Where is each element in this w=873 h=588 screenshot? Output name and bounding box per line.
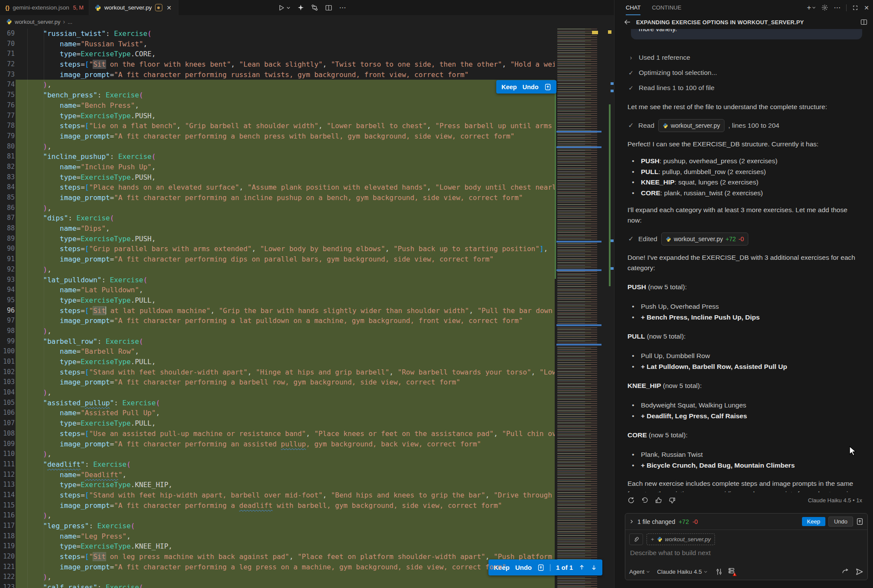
tool-step[interactable]: ›Used 1 reference [627,50,862,65]
code-line[interactable]: 108 steps=["Use an assisted pull-up mach… [0,429,555,439]
code-line[interactable]: 116 ), [0,510,555,521]
code-line[interactable]: 91 image_prompt="A fit character perform… [0,254,555,265]
run-python-file-button[interactable] [278,4,291,11]
code-line[interactable]: 71 type=ExerciseType.CORE, [0,49,555,59]
code-line[interactable]: 89 type=ExerciseType.PUSH, [0,234,555,244]
view-all-edits-icon[interactable] [856,518,863,525]
more-actions-icon[interactable]: ⋯ [339,3,346,12]
close-panel-icon[interactable]: ✕ [864,4,869,11]
code-line[interactable]: 111 "deadlift": Exercise( [0,459,555,470]
code-line[interactable]: 100 name="Barbell Row", [0,346,555,357]
file-pill[interactable]: workout_server.py +72 -0 [661,233,748,246]
code-line[interactable]: 115 image_prompt="A fit character perfor… [0,501,555,511]
previous-change-icon[interactable] [579,564,585,571]
code-editor[interactable]: 69 "russian_twist": Exercise(70 name="Ru… [0,29,555,588]
breadcrumb[interactable]: workout_server.py › ... [0,15,620,28]
tab-gemini-extension-json[interactable]: {} gemini-extension.json 5, M [0,0,89,15]
next-change-icon[interactable] [591,564,597,571]
attach-context-button[interactable] [629,533,643,545]
code-line[interactable]: 98 ), [0,326,555,336]
model-picker[interactable]: Claude Haiku 4.5 [657,569,708,575]
chat-conversation[interactable]: more variety. ›Used 1 reference✓Optimizi… [614,29,873,492]
code-line[interactable]: 81 "incline_pushup": Exercise( [0,152,555,162]
code-line[interactable]: 73 image_prompt="A fit character perform… [0,70,555,80]
retry-icon[interactable] [627,497,635,504]
breadcrumb-more[interactable]: ... [68,19,72,25]
git-compare-icon[interactable] [311,4,318,11]
view-edits-icon[interactable] [537,564,544,571]
code-line[interactable]: 93 "lat_pulldown": Exercise( [0,275,555,285]
agent-mode-picker[interactable]: Agent [629,569,650,575]
code-line[interactable]: 120 steps=["Sit on leg press machine wit… [0,552,555,562]
code-line[interactable]: 76 name="Bench Press", [0,100,555,111]
breadcrumb-file[interactable]: workout_server.py [15,19,61,25]
code-line[interactable]: 102 steps=["Stand with feet shoulder-wid… [0,367,555,378]
code-line[interactable]: 94 name="Lat Pulldown", [0,285,555,295]
split-editor-icon[interactable] [325,4,332,11]
code-line[interactable]: 79 image_prompt="A fit character perform… [0,131,555,142]
tool-step[interactable]: ✓Read lines 1 to 100 of file [627,80,862,95]
chevron-right-icon[interactable] [629,519,634,524]
code-line[interactable]: 80 ), [0,142,555,152]
changed-files-label[interactable]: 1 file changed [637,518,675,525]
code-line[interactable]: 70 name="Russian Twist", [0,39,555,49]
code-line[interactable]: 92 ), [0,265,555,275]
code-line[interactable]: 96 steps=["Sit at lat pulldown machine",… [0,306,555,316]
undo-button[interactable]: Undo [515,564,532,571]
voice-dictation-icon[interactable] [842,568,850,575]
undo-all-button[interactable]: Undo [828,517,853,527]
mcp-servers-warning-icon[interactable] [728,567,735,576]
code-line[interactable]: 110 ), [0,449,555,459]
attached-file-pill[interactable]: + workout_server.py [647,533,715,545]
code-line[interactable]: 97 image_prompt="A fit character perform… [0,316,555,326]
code-line[interactable]: 86 ), [0,203,555,213]
keep-all-button[interactable]: Keep [802,517,825,526]
code-line[interactable]: 105 "assisted_pullup": Exercise( [0,398,555,408]
code-line[interactable]: 112 name="Deadlift", [0,470,555,480]
tool-step[interactable]: ✓Optimizing tool selection... [627,65,862,80]
tab-chat[interactable]: CHAT [626,0,640,15]
modified-indicator-icon[interactable] [155,4,162,11]
maximize-panel-icon[interactable] [852,5,858,11]
code-line[interactable]: 99 "barbell_row": Exercise( [0,336,555,347]
code-line[interactable]: 107 type=ExerciseType.PULL, [0,418,555,429]
new-chat-button[interactable]: + [807,3,816,12]
sparkle-icon[interactable] [297,4,304,11]
keep-button[interactable]: Keep [501,84,517,90]
code-line[interactable]: 122 ), [0,572,555,582]
code-line[interactable]: 117 "leg_press": Exercise( [0,521,555,531]
view-edits-icon[interactable] [544,84,551,90]
code-line[interactable]: 77 type=ExerciseType.PUSH, [0,111,555,121]
code-line[interactable]: 82 name="Incline Push Up", [0,162,555,172]
code-line[interactable]: 123 "calf_raises": Exercise( [0,582,555,588]
open-chat-in-editor-icon[interactable] [860,19,867,26]
code-line[interactable]: 90 steps=["Grip parallel bars with arms … [0,244,555,254]
code-line[interactable]: 95 type=ExerciseType.PULL, [0,295,555,306]
thumbs-up-icon[interactable] [655,497,662,504]
undo-button[interactable]: Undo [522,84,538,90]
code-line[interactable]: 113 type=ExerciseType.KNEE_HIP, [0,480,555,490]
file-pill[interactable]: workout_server.py [658,119,724,132]
code-line[interactable]: 119 type=ExerciseType.KNEE_HIP, [0,541,555,552]
more-actions-icon[interactable]: ⋯ [834,3,841,12]
code-line[interactable]: 74 ), [0,80,555,90]
code-line[interactable]: 121 image_prompt="A fit character perfor… [0,562,555,572]
code-line[interactable]: 88 name="Dips", [0,223,555,234]
code-line[interactable]: 109 image_prompt="A fit character perfor… [0,439,555,449]
code-line[interactable]: 78 steps=["Lie on a flat bench", "Grip b… [0,121,555,131]
code-line[interactable]: 84 steps=["Place hands on an elevated su… [0,182,555,193]
configure-tools-icon[interactable] [715,568,723,575]
code-line[interactable]: 103 image_prompt="A fit character perfor… [0,377,555,388]
send-icon[interactable] [855,568,863,576]
code-line[interactable]: 85 image_prompt="A fit character perform… [0,193,555,203]
code-line[interactable]: 101 type=ExerciseType.PULL, [0,357,555,367]
code-line[interactable]: 118 name="Leg Press", [0,531,555,542]
tab-workout-server-py[interactable]: workout_server.py ✕ [89,0,178,15]
code-line[interactable]: 106 name="Assisted Pull Up", [0,408,555,418]
chat-prompt-input[interactable] [629,549,854,557]
overview-ruler[interactable] [607,29,614,588]
undo-icon[interactable] [641,497,648,504]
close-tab-icon[interactable]: ✕ [165,4,173,12]
minimap[interactable] [555,29,607,588]
code-line[interactable]: 114 steps=["Stand with feet hip-width ap… [0,490,555,501]
